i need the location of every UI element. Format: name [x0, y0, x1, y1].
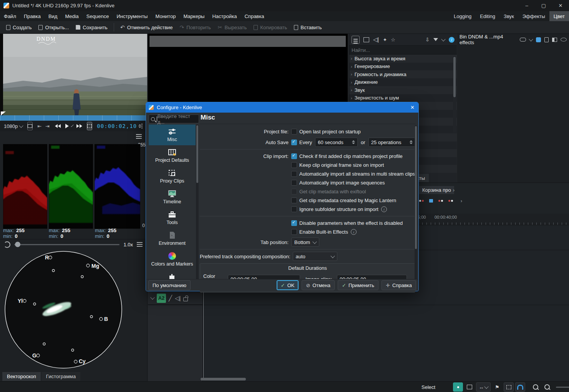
timeline-hscrollbar[interactable]	[201, 378, 246, 380]
clip-monitor[interactable]: DNDM	[0, 34, 147, 115]
thumbnails-icon[interactable]	[464, 382, 474, 392]
download-effects-icon[interactable]: ⇩	[425, 37, 430, 43]
effects-wand-icon[interactable]: ╱	[169, 295, 172, 302]
custom-effects-icon[interactable]: ✦	[383, 37, 387, 43]
effect-category[interactable]: ›Генерирование	[349, 63, 457, 71]
bin-toolbar-icon[interactable]	[429, 199, 433, 203]
sidebar-scrollbar[interactable]	[196, 125, 199, 289]
layout-logging[interactable]: Logging	[450, 11, 476, 21]
keep-frame-size-checkbox[interactable]	[291, 162, 297, 168]
rewind-button[interactable]	[55, 124, 61, 128]
dialog-close-icon[interactable]: ✕	[410, 105, 415, 110]
title-tool-icon[interactable]	[504, 382, 514, 392]
maximize-button[interactable]: ▢	[535, 0, 552, 11]
snap-magnet-icon[interactable]	[515, 382, 525, 392]
open-button[interactable]: Открыть...	[35, 22, 72, 32]
compositing-dropdown[interactable]: auto	[293, 252, 337, 261]
menu-monitor[interactable]: Монитор	[151, 11, 179, 21]
menu-markers[interactable]: Маркеры	[179, 11, 208, 21]
cancel-button[interactable]: ⊘Отмена	[302, 280, 335, 290]
zone-out-button[interactable]: ⇥	[45, 123, 50, 129]
spacer-tool-button[interactable]: ↔	[476, 382, 491, 392]
redo-button[interactable]: ↷Повторить	[177, 22, 214, 32]
slider-handle[interactable]	[15, 242, 20, 247]
eye-icon[interactable]	[561, 38, 567, 42]
sidebar-item-project-defaults[interactable]: Project Defaults	[149, 145, 196, 166]
filter-icon[interactable]	[433, 38, 438, 41]
monitor-overlay-button[interactable]	[27, 122, 33, 130]
duplicate-icon[interactable]	[544, 37, 549, 42]
sidebar-item-proxy-clips[interactable]: Proxy Clips	[149, 166, 196, 187]
disable-params-checkbox[interactable]	[291, 220, 297, 226]
effect-category[interactable]: ›Громкость и динамика	[349, 70, 457, 78]
new-button[interactable]: Создать	[3, 22, 35, 32]
parade-zoom-slider[interactable]	[14, 244, 119, 245]
tab-scroll-right-icon[interactable]: ›	[451, 187, 457, 193]
zoom-out-icon[interactable]	[542, 382, 552, 392]
open-last-project-checkbox[interactable]	[291, 129, 297, 135]
sidebar-item-plugins[interactable]: Plugins	[149, 270, 196, 279]
effect-category[interactable]: ›Высота звука и время	[349, 55, 457, 63]
ok-button[interactable]: ✓OK	[277, 280, 299, 290]
refresh-icon[interactable]	[4, 241, 10, 248]
forward-button[interactable]	[76, 124, 82, 128]
sidebar-item-tools[interactable]: Tools	[149, 208, 196, 228]
timecode-spinner[interactable]	[138, 124, 141, 128]
effects-search[interactable]: Найти...	[349, 45, 457, 55]
help-button[interactable]: ✛Справка	[382, 280, 416, 290]
effects-scrollbar[interactable]	[453, 56, 456, 133]
tab-position-dropdown[interactable]: Bottom	[291, 238, 319, 247]
bin-toolbar-more-icon[interactable]: ›	[458, 198, 464, 204]
defaults-button[interactable]: По умолчанию	[148, 280, 191, 290]
tag-icon[interactable]	[453, 382, 463, 392]
flag-icon[interactable]: ⚑	[492, 382, 502, 392]
zone-in-button[interactable]: ⇤	[37, 123, 41, 129]
timeline-playhead[interactable]	[203, 291, 204, 378]
collapse-track-icon[interactable]	[150, 295, 154, 299]
link-icon[interactable]	[520, 38, 526, 42]
parade-menu-icon[interactable]	[137, 244, 143, 245]
dialog-search-field[interactable]: Введите текст д...	[149, 115, 199, 123]
menu-help[interactable]: Справка	[241, 11, 268, 21]
favorites-star-icon[interactable]: ☆	[391, 37, 395, 43]
content-scrollbar[interactable]	[415, 125, 417, 287]
mute-speaker-icon[interactable]: ◁|	[175, 295, 181, 302]
info-icon[interactable]: i	[381, 206, 387, 212]
autosave-operations-spinbox[interactable]: 25 operations	[368, 138, 415, 147]
undo-button[interactable]: ↶Отменить действие	[117, 22, 176, 32]
sidebar-item-colors-markers[interactable]: Colors and Markers	[149, 249, 196, 270]
split-view-icon[interactable]	[552, 38, 557, 42]
effect-category[interactable]: ›Движение	[349, 78, 457, 86]
bin-toolbar-icon[interactable]	[448, 200, 453, 202]
import-sequences-checkbox[interactable]	[291, 180, 297, 186]
save-button[interactable]: Сохранить	[73, 22, 111, 32]
layout-audio[interactable]: Звук	[499, 11, 518, 21]
layout-color[interactable]: Цвет	[549, 11, 569, 21]
auto-save-checkbox[interactable]	[291, 140, 297, 145]
layout-effects[interactable]: Эффекты	[518, 11, 549, 21]
autosave-interval-spinbox[interactable]: 60 seconds	[315, 138, 358, 147]
tab-vectorscope[interactable]: Вектороскоп	[2, 372, 41, 381]
ignore-subfolder-checkbox[interactable]	[291, 206, 297, 212]
zoom-fit-icon[interactable]	[531, 382, 541, 392]
info-icon[interactable]: i	[351, 229, 357, 235]
import-streams-checkbox[interactable]	[291, 171, 297, 177]
monitor-timecode[interactable]: 00:00:02,10	[97, 123, 137, 129]
menu-sequence[interactable]: Sequence	[83, 11, 113, 21]
builtin-effects-checkbox[interactable]	[291, 229, 297, 235]
zone-color-icon[interactable]	[536, 37, 541, 42]
bin-toolbar-icon[interactable]	[419, 200, 424, 202]
cut-button[interactable]: ✂Вырезать	[215, 22, 250, 32]
apply-button[interactable]: ✓Применить	[338, 280, 378, 290]
info-icon[interactable]: i	[449, 37, 455, 43]
menu-media[interactable]: Media	[61, 11, 82, 21]
resolution-dropdown[interactable]: 1080p	[2, 123, 25, 130]
zone-mode-button[interactable]	[87, 122, 92, 130]
video-effects-icon[interactable]	[363, 37, 369, 42]
monitor-menu-icon[interactable]	[141, 126, 143, 126]
paste-button[interactable]: Вставить	[291, 22, 325, 32]
view-all-effects-button[interactable]	[352, 36, 360, 44]
monitor-scrub-bar[interactable]	[0, 115, 147, 121]
play-dropdown-icon[interactable]	[71, 124, 73, 127]
tab-histogram[interactable]: Гистограмма	[41, 372, 80, 381]
